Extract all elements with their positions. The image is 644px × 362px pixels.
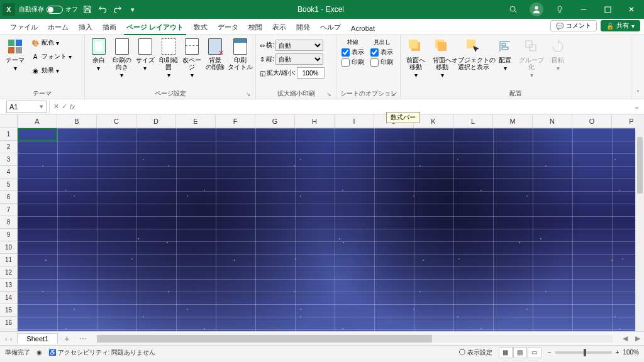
sheet-nav-prev-icon[interactable]: ‹ [5,335,8,343]
row-header-3[interactable]: 3 [0,153,17,166]
select-all-corner[interactable] [0,114,18,128]
fit-height-select[interactable]: 自動 [275,53,323,65]
qat-dropdown-icon[interactable]: ▾ [127,4,138,15]
vertical-scrollbar[interactable] [635,128,644,331]
redo-icon[interactable] [112,4,123,15]
sheet-overflow-icon[interactable]: ⋯ [75,334,91,343]
tab-home[interactable]: ホーム [43,20,74,35]
tab-acrobat[interactable]: Acrobat [346,22,380,35]
row-header-6[interactable]: 6 [0,191,17,204]
formula-input[interactable] [79,101,629,113]
accessibility-status[interactable]: ♿ アクセシビリティ: 問題ありません [48,348,155,357]
row-header-12[interactable]: 12 [0,266,17,279]
macro-record-icon[interactable]: ◉ [36,349,42,356]
group-objects-button[interactable]: グループ化▾ [519,36,544,80]
sheet-tab-1[interactable]: Sheet1 [17,333,58,344]
sheet-nav-next-icon[interactable]: › [10,335,13,343]
col-header-O[interactable]: O [572,114,612,128]
theme-effects-button[interactable]: ◉効果 ▾ [29,64,74,77]
row-header-1[interactable]: 1 [0,128,17,141]
bring-forward-button[interactable]: 前面へ 移動▾ [403,36,428,80]
lightbulb-icon[interactable] [550,1,570,18]
maximize-button[interactable] [597,1,618,18]
tab-page-layout[interactable]: ページ レイアウト [121,20,189,35]
save-icon[interactable] [82,4,93,15]
col-header-C[interactable]: C [97,114,136,128]
expand-formula-bar-icon[interactable]: ⌄ [629,102,644,111]
themes-button[interactable]: テーマ▾ [3,36,28,73]
col-header-D[interactable]: D [136,114,176,128]
rotate-button[interactable]: 回転▾ [545,36,570,73]
autosave-toggle[interactable]: 自動保存 オフ [19,5,78,14]
zoom-in-icon[interactable]: + [616,349,619,356]
row-header-7[interactable]: 7 [0,204,17,216]
print-titles-button[interactable]: 印刷 タイトル [228,36,253,72]
hscroll-thumb[interactable] [97,335,432,343]
cancel-formula-icon[interactable]: ✕ [53,102,59,111]
column-headers[interactable]: ABCDEFGHIJKLMNOP [18,114,635,128]
tab-help[interactable]: ヘルプ [315,20,346,35]
view-normal-icon[interactable]: ▦ [499,347,513,358]
tab-insert[interactable]: 挿入 [74,20,97,35]
gridlines-view-checkbox[interactable]: 表示 [341,48,364,57]
breaks-button[interactable]: 改ページ▾ [181,36,203,80]
row-header-5[interactable]: 5 [0,178,17,191]
col-header-E[interactable]: E [176,114,216,128]
gridlines-print-checkbox[interactable]: 印刷 [341,58,364,67]
tab-developer[interactable]: 開発 [291,20,315,35]
theme-colors-button[interactable]: 🎨配色 ▾ [29,36,74,49]
fx-icon[interactable]: fx [70,103,75,111]
page-setup-launcher-icon[interactable]: ↘ [245,91,252,97]
theme-fonts-button[interactable]: Aフォント ▾ [29,50,74,63]
col-header-I[interactable]: I [335,114,374,128]
zoom-slider[interactable] [555,351,612,354]
scale-input[interactable] [297,67,325,79]
row-header-13[interactable]: 13 [0,279,17,292]
hscroll-left-icon[interactable]: ◀ [619,334,631,343]
align-button[interactable]: 配置▾ [492,36,518,73]
worksheet-grid[interactable]: ABCDEFGHIJKLMNOP 12345678910111213141516… [0,114,644,331]
send-backward-button[interactable]: 背面へ 移動▾ [430,36,455,80]
scale-launcher-icon[interactable]: ↘ [326,91,332,97]
row-header-8[interactable]: 8 [0,216,17,229]
selection-pane-button[interactable]: オブジェクトの 選択と表示 [456,36,491,72]
row-header-2[interactable]: 2 [0,141,17,153]
minimize-button[interactable]: ─ [574,1,594,18]
row-headers[interactable]: 12345678910111213141516 [0,128,18,331]
fit-width-select[interactable]: 自動 [275,40,323,51]
close-button[interactable]: ✕ [621,1,641,18]
row-header-16[interactable]: 16 [0,317,17,329]
headings-print-checkbox[interactable]: 印刷 [370,58,393,67]
row-header-15[interactable]: 15 [0,304,17,317]
search-icon[interactable] [503,1,523,18]
headings-view-checkbox[interactable]: 表示 [370,48,393,57]
col-header-G[interactable]: G [255,114,295,128]
col-header-M[interactable]: M [493,114,533,128]
tab-draw[interactable]: 描画 [97,20,121,35]
tab-review[interactable]: 校閲 [243,20,267,35]
print-area-button[interactable]: 印刷範囲▾ [158,36,180,80]
row-header-14[interactable]: 14 [0,292,17,304]
sheet-options-launcher-icon[interactable]: ↘ [390,91,396,97]
enter-formula-icon[interactable]: ✓ [62,102,67,111]
account-avatar-icon[interactable] [530,3,543,16]
zoom-control[interactable]: − + 100% [548,349,639,356]
background-button[interactable]: ✕背景 の削除 [204,36,226,72]
tab-view[interactable]: 表示 [267,20,291,35]
col-header-B[interactable]: B [57,114,97,128]
hscroll-right-icon[interactable]: ▶ [631,334,644,343]
view-page-break-icon[interactable]: ▭ [528,347,541,358]
undo-icon[interactable] [97,4,108,15]
zoom-out-icon[interactable]: − [548,349,552,356]
comments-button[interactable]: 💬コメント [550,20,597,31]
orientation-button[interactable]: 印刷の 向き▾ [111,36,133,80]
cells-area[interactable] [18,128,635,331]
tab-formulas[interactable]: 数式 [189,20,213,35]
col-header-F[interactable]: F [216,114,255,128]
tab-file[interactable]: ファイル [5,20,43,35]
margins-button[interactable]: 余白▾ [87,36,109,73]
name-box[interactable]: A1▾ [6,101,47,113]
collapse-ribbon-icon[interactable]: ˄ [631,35,644,99]
tab-data[interactable]: データ [213,20,243,35]
row-header-9[interactable]: 9 [0,229,17,241]
